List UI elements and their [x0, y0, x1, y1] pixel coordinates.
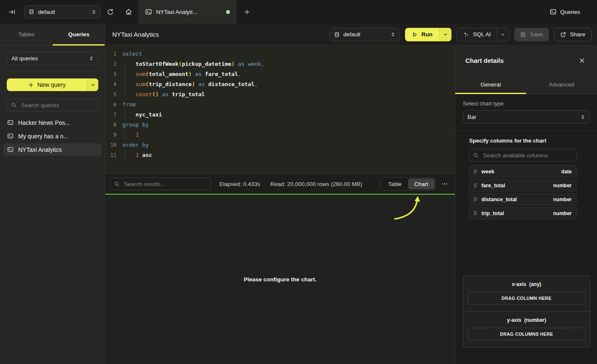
search-queries-input[interactable] [20, 102, 94, 109]
query-list-item[interactable]: NYTaxi Analytics [3, 143, 102, 156]
drag-handle-icon[interactable] [473, 169, 478, 174]
results-toolbar: Elapsed: 0.433s Read: 20,000,000 rows (2… [105, 174, 455, 194]
line-number: 4 [105, 79, 116, 89]
search-icon [11, 102, 17, 108]
query-list-item[interactable]: My query has a n... [3, 130, 102, 142]
external-link-icon [560, 32, 566, 38]
view-toggle: Table Chart [381, 177, 436, 191]
column-type: number [553, 183, 572, 189]
tab-nytaxi-analytics[interactable]: NYTaxi Analyti... [138, 0, 237, 24]
new-query-button[interactable]: New query [7, 78, 87, 91]
y-axis-section: y-axis (number) DRAG COLUMNS HERE [463, 311, 590, 347]
sql-console-app: default NYTaxi Analyti... [0, 0, 597, 364]
queries-button[interactable]: Queries [550, 0, 597, 24]
new-query-label: New query [38, 81, 66, 88]
chart-column-item[interactable]: trip_totalnumber [469, 207, 577, 219]
tab-queries[interactable]: Queries [53, 24, 105, 45]
indent-guide [125, 79, 125, 89]
chart-canvas: Please configure the chart. [105, 195, 455, 364]
chart-column-item[interactable]: distance_totalnumber [469, 193, 577, 205]
query-filter-select[interactable]: All queries [7, 51, 98, 65]
code-line: 9 1 [105, 130, 455, 140]
new-tab-button[interactable] [237, 0, 257, 24]
indent-guide [125, 110, 125, 120]
sidebar-tabs: Tables Queries [0, 24, 105, 46]
plus-icon [28, 82, 34, 88]
toolbar-database-selector[interactable]: default [330, 28, 400, 41]
topbar-database-selector[interactable]: default [24, 5, 101, 19]
query-icon [7, 133, 14, 139]
run-options-caret[interactable] [439, 28, 451, 41]
refresh-icon[interactable] [107, 8, 114, 16]
toolbar-actions: default Run [330, 28, 592, 41]
y-axis-label: y-axis (number) [467, 317, 586, 323]
chart-placeholder-text: Please configure the chart. [244, 276, 317, 283]
new-query-options-caret[interactable] [87, 78, 98, 91]
panel-title: Chart details [465, 57, 504, 64]
share-button[interactable]: Share [554, 28, 592, 41]
sql-ai-button[interactable]: SQL AI [457, 28, 497, 41]
tab-advanced[interactable]: Advanced [526, 75, 597, 94]
tab-title: NYTaxi Analyti... [156, 9, 222, 15]
divider [0, 71, 105, 71]
run-button[interactable]: Run [405, 28, 439, 41]
drag-handle-icon[interactable] [473, 183, 478, 188]
chart-type-select[interactable]: Bar [463, 110, 590, 124]
annotation-arrow [388, 195, 428, 225]
drag-handle-icon[interactable] [473, 210, 478, 216]
sidebar-body: All queries New query [0, 46, 105, 157]
save-icon [520, 32, 526, 38]
database-icon [334, 32, 340, 38]
database-icon [29, 9, 34, 15]
code-text: nyc_taxi [116, 110, 162, 120]
search-columns-input[interactable] [482, 152, 573, 159]
save-button[interactable]: Save [514, 28, 549, 41]
tab-tables[interactable]: Tables [0, 24, 53, 45]
chevron-updown-icon [581, 114, 585, 120]
sparkles-icon [463, 31, 469, 38]
tab-strip: NYTaxi Analyti... [119, 0, 257, 24]
divider [455, 130, 597, 131]
code-line: 11 1 asc [105, 150, 455, 160]
x-axis-drop-zone[interactable]: DRAG COLUMN HERE [467, 292, 586, 305]
line-number: 5 [105, 89, 116, 100]
new-query-button-group: New query [7, 78, 98, 91]
toolbar-database-value: default [343, 31, 387, 38]
indent-guide [125, 69, 125, 79]
unsaved-status-dot [226, 10, 230, 14]
code-line: 8group by [105, 120, 455, 130]
code-line: 4 sum(trip_distance) as distance_total, [105, 79, 455, 89]
code-text: order by [116, 140, 149, 150]
drag-handle-icon[interactable] [473, 197, 478, 202]
query-list-item-label: My query has a n... [18, 133, 68, 140]
chart-column-item[interactable]: fare_totalnumber [469, 179, 577, 191]
view-toggle-chart[interactable]: Chart [408, 178, 435, 189]
query-list-item[interactable]: Hacker News Pos... [3, 116, 102, 129]
query-icon [550, 8, 556, 15]
run-button-label: Run [421, 31, 432, 38]
line-number: 6 [105, 100, 116, 110]
more-options-icon[interactable] [441, 181, 448, 187]
search-results-input[interactable] [123, 181, 207, 188]
search-icon [114, 181, 120, 187]
sql-ai-options-caret[interactable] [497, 28, 509, 41]
sql-editor[interactable]: 1select2 toStartOfWeek(pickup_datetime) … [105, 46, 455, 174]
tab-general[interactable]: General [455, 75, 526, 94]
code-text: 1 [116, 130, 139, 140]
chart-column-item[interactable]: weekdate [469, 165, 577, 178]
sidebar-search [7, 99, 98, 111]
collapse-sidebar-icon[interactable] [8, 8, 16, 16]
column-type: number [553, 210, 572, 216]
chevron-updown-icon [89, 56, 94, 61]
sql-ai-button-group: SQL AI [457, 28, 509, 41]
chart-type-value: Bar [467, 114, 581, 120]
home-tab-button[interactable] [119, 0, 138, 24]
topbar-database-value: default [38, 9, 88, 15]
query-icon [7, 119, 14, 126]
query-filter-value: All queries [11, 55, 85, 62]
close-icon[interactable] [579, 57, 585, 64]
y-axis-drop-zone[interactable]: DRAG COLUMNS HERE [467, 328, 586, 340]
axes-config: x-axis (any) DRAG COLUMN HERE y-axis (nu… [463, 275, 590, 348]
view-toggle-table[interactable]: Table [382, 178, 408, 189]
play-icon [412, 32, 418, 38]
